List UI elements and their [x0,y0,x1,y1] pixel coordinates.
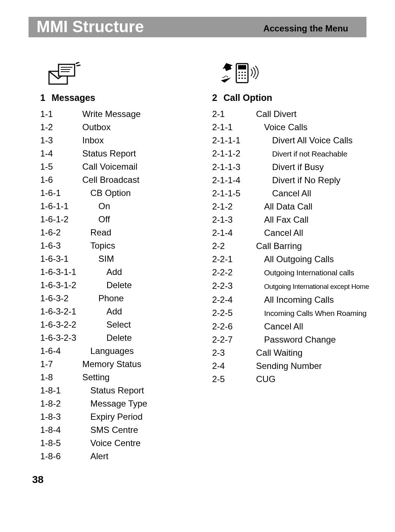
menu-row: 1-6-3-2-2Select [40,318,194,331]
menu-code: 1-8-2 [40,397,80,410]
menu-label: Outgoing International except Home [252,283,369,290]
menu-row: 1-6Cell Broadcast [40,173,194,186]
menu-code: 1-6-3 [40,239,80,252]
menu-label: SIM [80,254,114,264]
menu-code: 2-1-1-4 [212,174,252,187]
menu-row: 1-5Call Voicemail [40,160,194,173]
menu-row: 2-2-7Password Change [212,333,366,346]
menu-label: All Fax Call [252,215,308,225]
menu-code: 2-1 [212,107,252,121]
menu-row: 1-6-4Languages [40,344,194,358]
section-title: Messages [52,93,95,103]
menu-row: 1-8-6Alert [40,450,194,463]
menu-label: Delete [80,333,132,343]
menu-code: 1-6-1-1 [40,200,80,213]
menu-row: 1-6-3-2Phone [40,292,194,305]
menu-code: 2-2-5 [212,306,252,320]
svg-point-15 [241,72,243,73]
menu-row: 2-2-2Outgoing International calls [212,266,366,279]
menu-label: Divert All Voice Calls [252,135,353,145]
svg-point-18 [241,75,243,76]
menu-row: 1-6-2Read [40,226,194,239]
menu-code: 1-8-6 [40,450,80,463]
menu-label: Expiry Period [80,412,143,422]
calloption-icon [220,62,257,90]
menu-label: All Incoming Calls [252,295,334,305]
svg-line-6 [76,65,80,66]
menu-label: On [80,201,110,211]
menu-row: 2-1-4Cancel All [212,226,366,239]
menu-code: 2-1-2 [212,200,252,213]
column-calloption: 2 Call Option 2-1Call Divert2-1-1Voice C… [212,62,366,386]
svg-point-16 [244,72,246,73]
menu-label: CUG [252,374,275,384]
svg-point-17 [238,75,240,76]
menu-row: 1-1Write Message [40,107,194,121]
section-title: Call Option [223,93,272,103]
menu-code: 1-6 [40,173,80,186]
menu-code: 2-1-3 [212,213,252,226]
menu-row: 2-2-5Incoming Calls When Roaming [212,306,366,320]
menu-code: 2-4 [212,359,252,373]
svg-point-9 [224,76,225,78]
menu-code: 2-1-4 [212,226,252,239]
list-calloption: 2-1Call Divert2-1-1Voice Calls2-1-1-1Div… [212,107,366,386]
menu-code: 2-3 [212,346,252,359]
svg-point-21 [241,78,243,79]
menu-code: 2-1-1 [212,121,252,134]
menu-label: Divert if No Reply [252,175,341,185]
menu-code: 1-6-3-1-2 [40,279,80,292]
menu-row: 2-2Call Barring [212,239,366,253]
menu-row: 1-2Outbox [40,121,194,134]
menu-code: 2-2-4 [212,293,252,306]
menu-label: Message Type [80,399,147,408]
menu-code: 1-8-5 [40,437,80,450]
menu-row: 1-8-5Voice Centre [40,437,194,450]
menu-label: Topics [80,241,115,250]
svg-point-14 [238,72,240,73]
menu-label: All Outgoing Calls [252,254,334,264]
header-subtitle: Accessing the Menu [263,23,348,34]
menu-code: 1-6-3-1 [40,252,80,265]
svg-rect-13 [238,65,246,69]
svg-line-5 [76,62,79,64]
menu-label: Divert if Busy [252,162,324,172]
svg-point-8 [223,77,224,78]
page-header: MMI Structure Accessing the Menu [29,17,366,37]
menu-code: 1-6-2 [40,226,80,239]
menu-label: SMS Centre [80,425,138,435]
menu-code: 1-6-1 [40,186,80,200]
menu-row: 2-4Sending Number [212,359,366,373]
svg-point-11 [227,76,228,78]
menu-code: 2-1-1-3 [212,161,252,174]
menu-code: 1-8-3 [40,410,80,423]
menu-code: 1-8 [40,371,80,384]
menu-row: 2-1-1-3Divert if Busy [212,161,366,174]
menu-code: 1-6-3-2-2 [40,318,80,331]
menu-label: Call Waiting [252,348,302,358]
menu-row: 2-1-1-1Divert All Voice Calls [212,134,366,147]
section-heading-calloption: 2 Call Option [212,93,366,103]
menu-row: 2-1-1Voice Calls [212,121,366,134]
menu-code: 1-6-1-2 [40,213,80,226]
menu-label: Phone [80,293,124,303]
menu-row: 1-7Memory Status [40,358,194,371]
menu-label: Incoming Calls When Roaming [252,309,366,317]
menu-row: 1-8-2Message Type [40,397,194,410]
menu-label: All Data Call [252,201,312,211]
section-number: 2 [212,93,221,103]
menu-code: 1-8-4 [40,423,80,437]
svg-point-22 [244,78,246,79]
menu-label: Cancel All [252,228,303,238]
menu-code: 2-2-1 [212,253,252,266]
menu-label: Setting [80,372,110,382]
menu-code: 1-6-3-2-3 [40,331,80,344]
menu-label: Languages [80,346,134,356]
menu-code: 2-2-7 [212,333,252,346]
section-heading-messages: 1 Messages [40,93,194,103]
menu-label: Cancel All [252,321,303,331]
menu-row: 1-3Inbox [40,134,194,147]
menu-label: Voice Centre [80,438,140,448]
menu-label: Add [80,267,122,277]
menu-row: 1-4Status Report [40,147,194,160]
